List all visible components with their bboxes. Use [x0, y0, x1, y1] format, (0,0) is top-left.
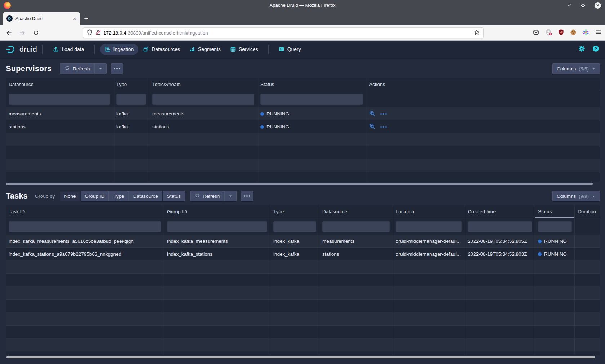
column-header-datasource[interactable]: Datasource: [6, 78, 113, 91]
nav-item-segments[interactable]: Segments: [185, 44, 225, 55]
supervisors-refresh-caret-button[interactable]: [94, 63, 107, 74]
cell-status: [535, 351, 574, 355]
reload-icon[interactable]: [30, 27, 42, 38]
column-header-created_time[interactable]: Created time: [465, 205, 535, 218]
cell-duration: [574, 326, 600, 338]
cell-type: [113, 133, 149, 146]
pocket-icon[interactable]: [533, 29, 539, 37]
cell-actions: [366, 172, 600, 182]
shield-icon[interactable]: [87, 29, 93, 37]
row-more-actions-icon[interactable]: [380, 113, 387, 115]
refresh-icon: [64, 65, 70, 72]
tab-close-icon[interactable]: ×: [73, 16, 76, 21]
back-icon[interactable]: [3, 27, 14, 38]
filter-cell-actions: [366, 91, 600, 107]
filter-cell-group_id: [164, 218, 270, 235]
tasks-refresh-caret-button[interactable]: [224, 191, 237, 201]
table-row[interactable]: stationskafkastationsRUNNING: [6, 120, 600, 133]
scrollbar-thumb[interactable]: [6, 183, 593, 185]
forward-icon[interactable]: [17, 27, 28, 38]
column-header-actions[interactable]: Actions: [366, 78, 600, 91]
cell-group_id: [164, 274, 270, 286]
supervisors-columns-button[interactable]: Columns (5/5): [552, 63, 600, 74]
supervisors-hscrollbar: [6, 182, 600, 185]
url-bar[interactable]: 172.18.0.4:30899/unified-console.html#in…: [83, 27, 484, 38]
table-row-empty: [6, 159, 600, 172]
column-header-location[interactable]: Location: [393, 205, 465, 218]
menu-icon[interactable]: [595, 29, 601, 37]
filter-input-topic[interactable]: [152, 94, 254, 105]
nav-item-label: Ingestion: [113, 46, 134, 52]
cell-actions: [366, 120, 600, 133]
cookie-icon[interactable]: [570, 29, 577, 37]
help-icon[interactable]: ?: [592, 45, 599, 54]
new-tab-button[interactable]: +: [80, 12, 92, 25]
cell-created_time: [465, 313, 535, 325]
bookmark-star-icon[interactable]: [474, 29, 480, 37]
druid-logo[interactable]: druid: [6, 45, 37, 54]
header-divider: [94, 45, 95, 54]
gear-icon[interactable]: [578, 45, 585, 54]
group-by-group-id-button[interactable]: Group ID: [81, 191, 109, 201]
row-more-actions-icon[interactable]: [380, 126, 387, 128]
browser-tab[interactable]: Apache Druid ×: [3, 12, 80, 25]
filter-input-group_id[interactable]: [167, 221, 267, 232]
maximize-icon[interactable]: [581, 3, 586, 8]
tasks-refresh-button[interactable]: Refresh: [190, 191, 224, 201]
group-by-type-button[interactable]: Type: [109, 191, 128, 201]
extension-asterisk-icon[interactable]: [583, 29, 589, 37]
column-header-status[interactable]: Status: [535, 205, 574, 218]
cell-created_time: [465, 326, 535, 338]
tasks-columns-button[interactable]: Columns (9/9): [552, 191, 600, 201]
status-text: RUNNING: [544, 251, 567, 257]
supervisors-more-button[interactable]: [111, 63, 123, 74]
table-row[interactable]: index_kafka_measurements_a5616c5ba8afb8b…: [6, 235, 600, 248]
cell-status: [257, 146, 366, 159]
column-header-datasource[interactable]: Datasource: [319, 205, 393, 218]
filter-input-status[interactable]: [538, 221, 572, 232]
filter-input-status[interactable]: [260, 94, 363, 105]
druid-header: druid Load data Ingestion Datasources Se…: [0, 41, 605, 58]
group-by-datasource-button[interactable]: Datasource: [129, 191, 162, 201]
filter-input-type[interactable]: [116, 94, 146, 105]
magnify-data-icon[interactable]: [369, 123, 375, 131]
column-header-task_id[interactable]: Task ID: [6, 205, 164, 218]
column-header-duration[interactable]: Duration: [574, 205, 600, 218]
cell-datasource: [319, 287, 393, 299]
group-by-none-button[interactable]: None: [60, 191, 80, 201]
lock-insecure-icon[interactable]: [95, 29, 101, 37]
filter-input-task_id[interactable]: [9, 221, 161, 232]
table-row[interactable]: index_kafka_stations_a9a679b22795b63_nnk…: [6, 248, 600, 261]
magnify-data-icon[interactable]: [369, 110, 375, 118]
filter-input-location[interactable]: [396, 221, 462, 232]
nav-item-services[interactable]: Services: [225, 44, 263, 55]
scrollbar-thumb[interactable]: [6, 356, 595, 358]
column-header-topic[interactable]: Topic/Stream: [149, 78, 257, 91]
column-header-status[interactable]: Status: [257, 78, 366, 91]
account-icon[interactable]: [545, 29, 552, 37]
close-icon[interactable]: [594, 2, 601, 9]
filter-input-datasource[interactable]: [9, 94, 110, 105]
nav-item-load-data[interactable]: Load data: [48, 44, 89, 55]
supervisors-refresh-button[interactable]: Refresh: [60, 63, 94, 74]
column-header-group_id[interactable]: Group ID: [164, 205, 270, 218]
ublock-icon[interactable]: uO: [558, 29, 564, 37]
cell-datasource: measurements: [319, 235, 393, 247]
table-row[interactable]: measurementskafkameasurementsRUNNING: [6, 108, 600, 120]
nav-item-label: Datasources: [152, 46, 180, 52]
cell-duration: [574, 338, 600, 351]
tasks-more-button[interactable]: [241, 191, 253, 201]
column-header-type[interactable]: Type: [113, 78, 149, 91]
table-row-empty: [6, 338, 600, 351]
filter-input-type[interactable]: [273, 221, 316, 232]
group-by-status-button[interactable]: Status: [163, 191, 185, 201]
filter-input-created_time[interactable]: [468, 221, 532, 232]
nav-item-ingestion[interactable]: Ingestion: [100, 44, 139, 55]
column-header-type[interactable]: Type: [270, 205, 319, 218]
nav-item-query[interactable]: Query: [274, 44, 306, 55]
nav-item-datasources[interactable]: Datasources: [138, 44, 185, 55]
columns-count: (5/5): [579, 66, 589, 72]
minimize-icon[interactable]: [567, 3, 572, 8]
table-row-empty: [6, 261, 600, 274]
filter-input-datasource[interactable]: [322, 221, 390, 232]
